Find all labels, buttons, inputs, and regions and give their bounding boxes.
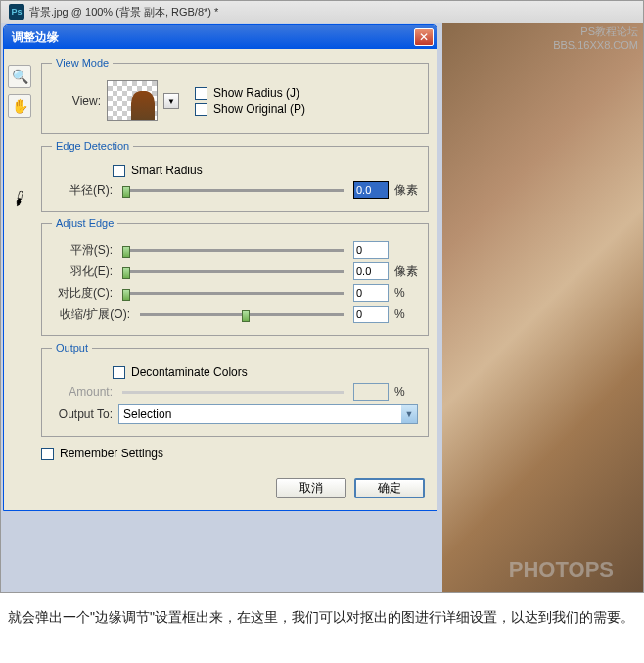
show-radius-checkbox[interactable] [195,87,207,100]
show-radius-label: Show Radius (J) [213,86,299,100]
feather-unit: 像素 [394,263,418,280]
slider-handle[interactable] [122,246,130,258]
edge-detection-legend: Edge Detection [52,140,133,152]
contrast-slider[interactable] [122,292,344,295]
view-mode-group: View Mode View: ▼ Show Radius (J) [41,57,429,134]
contrast-input[interactable] [353,284,389,302]
decontaminate-checkbox[interactable] [113,366,125,379]
amount-slider [122,391,344,394]
shift-input[interactable] [353,306,389,323]
chevron-down-icon: ▼ [401,405,417,423]
tool-column: 🔍 ✋ 🖌 [8,57,35,502]
amount-unit: % [394,385,418,399]
amount-label: Amount: [52,385,113,399]
smart-radius-checkbox[interactable] [113,165,125,177]
zoom-tool[interactable]: 🔍 [8,65,31,88]
output-group: Output Decontaminate Colors Amount: % [41,342,429,437]
smooth-slider[interactable] [122,249,344,252]
close-button[interactable]: ✕ [414,28,434,46]
output-legend: Output [52,342,92,354]
show-original-checkbox[interactable] [195,103,207,116]
document-title: 背景.jpg @ 100% (背景 副本, RGB/8*) * [29,5,218,20]
output-to-label: Output To: [52,407,113,421]
smooth-label: 平滑(S): [52,242,113,259]
contrast-label: 对比度(C): [52,285,113,302]
feather-label: 羽化(E): [52,263,113,280]
dialog-title: 调整边缘 [12,29,59,46]
amount-input [353,383,389,401]
show-original-label: Show Original (P) [213,102,305,116]
radius-label: 半径(R): [52,182,113,199]
watermark-top: PS教程论坛 BBS.16XX8.COM [553,24,638,51]
view-thumbnail[interactable] [107,80,158,121]
slider-handle[interactable] [122,267,130,279]
shift-slider[interactable] [140,313,344,316]
edge-detection-group: Edge Detection Smart Radius 半径(R): 像素 [41,140,429,212]
content-area: 调整边缘 ✕ 🔍 ✋ 🖌 View Mode View: [1,23,643,592]
dialog-body: 🔍 ✋ 🖌 View Mode View: ▼ [4,49,437,510]
feather-slider[interactable] [122,270,344,273]
output-to-value: Selection [123,407,171,421]
app-titlebar: Ps 背景.jpg @ 100% (背景 副本, RGB/8*) * [1,1,643,23]
form-column: View Mode View: ▼ Show Radius (J) [41,57,429,502]
decontaminate-label: Decontaminate Colors [131,365,248,379]
dialog-titlebar[interactable]: 调整边缘 ✕ [4,25,437,49]
shift-label: 收缩/扩展(O): [52,307,130,323]
dialog-area: 调整边缘 ✕ 🔍 ✋ 🖌 View Mode View: [1,23,442,592]
ok-button[interactable]: 确定 [354,478,425,498]
slider-handle[interactable] [122,289,130,301]
contrast-unit: % [394,286,418,300]
view-label: View: [52,94,101,108]
photoshop-icon: Ps [9,4,24,20]
button-row: 取消 确定 [41,470,429,502]
radius-slider[interactable] [122,189,344,192]
tutorial-caption: 就会弹出一个"边缘调节"设置框出来，在这里，我们可以对抠出的图进行详细设置，以达… [0,593,644,641]
slider-handle[interactable] [122,186,130,198]
feather-input[interactable] [353,262,389,280]
remember-settings-label: Remember Settings [60,447,163,460]
output-to-select[interactable]: Selection ▼ [118,404,418,424]
remember-settings-checkbox[interactable] [41,448,54,460]
watermark-bottom: PHOTOPS [509,557,614,583]
app-window: Ps 背景.jpg @ 100% (背景 副本, RGB/8*) * 调整边缘 … [0,0,644,593]
shift-unit: % [394,308,418,321]
radius-unit: 像素 [394,182,418,199]
slider-handle[interactable] [242,310,250,322]
radius-input[interactable] [353,181,389,199]
view-mode-legend: View Mode [52,57,113,69]
smooth-input[interactable] [353,241,389,259]
adjust-edge-group: Adjust Edge 平滑(S): 羽化(E): [41,217,429,336]
adjust-edge-legend: Adjust Edge [52,217,117,229]
brush-tool[interactable]: 🖌 [8,186,31,210]
hand-tool[interactable]: ✋ [8,94,31,118]
view-dropdown-arrow[interactable]: ▼ [163,93,179,109]
refine-edge-dialog: 调整边缘 ✕ 🔍 ✋ 🖌 View Mode View: [3,24,437,511]
smart-radius-label: Smart Radius [131,164,203,177]
canvas-image: PS教程论坛 BBS.16XX8.COM PHOTOPS [442,23,643,592]
cancel-button[interactable]: 取消 [276,478,346,498]
